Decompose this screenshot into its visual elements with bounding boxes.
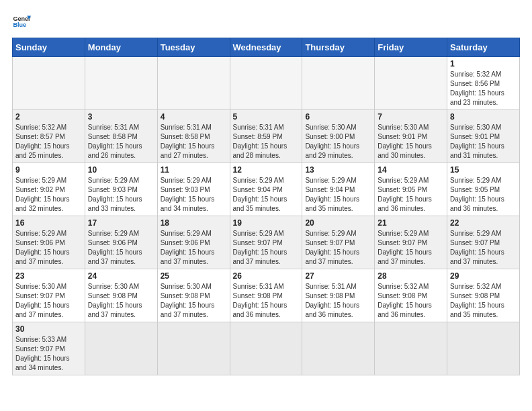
day-number: 25	[161, 271, 227, 281]
calendar-week-row: 30Sunrise: 5:33 AM Sunset: 9:07 PM Dayli…	[13, 322, 520, 375]
calendar-cell: 16Sunrise: 5:29 AM Sunset: 9:06 PM Dayli…	[13, 216, 85, 269]
calendar-header-tuesday: Tuesday	[157, 38, 230, 57]
day-info: Sunrise: 5:30 AM Sunset: 9:00 PM Dayligh…	[305, 123, 371, 161]
calendar-cell: 26Sunrise: 5:31 AM Sunset: 9:08 PM Dayli…	[230, 269, 302, 322]
calendar-cell: 14Sunrise: 5:29 AM Sunset: 9:05 PM Dayli…	[375, 163, 447, 216]
day-info: Sunrise: 5:31 AM Sunset: 9:08 PM Dayligh…	[233, 282, 300, 320]
calendar-cell: 24Sunrise: 5:30 AM Sunset: 9:08 PM Dayli…	[85, 269, 157, 322]
day-info: Sunrise: 5:31 AM Sunset: 8:58 PM Dayligh…	[88, 123, 154, 161]
day-number: 2	[15, 112, 82, 122]
calendar-cell: 1Sunrise: 5:32 AM Sunset: 8:56 PM Daylig…	[447, 57, 520, 110]
day-number: 24	[88, 271, 154, 281]
day-info: Sunrise: 5:29 AM Sunset: 9:03 PM Dayligh…	[88, 176, 154, 214]
calendar-cell	[375, 57, 447, 110]
day-number: 3	[88, 112, 154, 122]
calendar-header-saturday: Saturday	[447, 38, 520, 57]
day-info: Sunrise: 5:30 AM Sunset: 9:01 PM Dayligh…	[450, 123, 517, 161]
calendar-table: SundayMondayTuesdayWednesdayThursdayFrid…	[12, 38, 520, 375]
day-number: 12	[233, 165, 300, 175]
day-info: Sunrise: 5:29 AM Sunset: 9:04 PM Dayligh…	[305, 176, 371, 214]
day-info: Sunrise: 5:30 AM Sunset: 9:08 PM Dayligh…	[161, 282, 227, 320]
day-info: Sunrise: 5:32 AM Sunset: 8:56 PM Dayligh…	[450, 70, 517, 107]
calendar-cell: 28Sunrise: 5:32 AM Sunset: 9:08 PM Dayli…	[375, 269, 447, 322]
day-number: 27	[305, 271, 371, 281]
day-info: Sunrise: 5:29 AM Sunset: 9:04 PM Dayligh…	[233, 176, 300, 214]
calendar-cell	[85, 322, 157, 375]
calendar-cell	[85, 57, 157, 110]
day-info: Sunrise: 5:31 AM Sunset: 8:58 PM Dayligh…	[161, 123, 227, 161]
calendar-cell	[375, 322, 447, 375]
day-info: Sunrise: 5:32 AM Sunset: 8:57 PM Dayligh…	[15, 123, 82, 161]
day-number: 18	[161, 218, 227, 228]
day-info: Sunrise: 5:30 AM Sunset: 9:01 PM Dayligh…	[378, 123, 444, 161]
day-info: Sunrise: 5:31 AM Sunset: 9:08 PM Dayligh…	[305, 282, 371, 320]
day-info: Sunrise: 5:31 AM Sunset: 8:59 PM Dayligh…	[233, 123, 300, 161]
calendar-cell: 13Sunrise: 5:29 AM Sunset: 9:04 PM Dayli…	[302, 163, 375, 216]
day-number: 29	[450, 271, 517, 281]
calendar-week-row: 16Sunrise: 5:29 AM Sunset: 9:06 PM Dayli…	[13, 216, 520, 269]
calendar-cell: 21Sunrise: 5:29 AM Sunset: 9:07 PM Dayli…	[375, 216, 447, 269]
calendar-cell: 20Sunrise: 5:29 AM Sunset: 9:07 PM Dayli…	[302, 216, 375, 269]
day-number: 28	[378, 271, 444, 281]
day-number: 6	[305, 112, 371, 122]
day-info: Sunrise: 5:29 AM Sunset: 9:07 PM Dayligh…	[305, 229, 371, 267]
calendar-cell: 2Sunrise: 5:32 AM Sunset: 8:57 PM Daylig…	[13, 110, 85, 163]
calendar-cell: 10Sunrise: 5:29 AM Sunset: 9:03 PM Dayli…	[85, 163, 157, 216]
day-info: Sunrise: 5:29 AM Sunset: 9:02 PM Dayligh…	[15, 176, 82, 214]
calendar-cell: 8Sunrise: 5:30 AM Sunset: 9:01 PM Daylig…	[447, 110, 520, 163]
page: General Blue SundayMondayTuesdayWednesda…	[0, 0, 532, 387]
calendar-cell	[157, 322, 230, 375]
calendar-cell: 6Sunrise: 5:30 AM Sunset: 9:00 PM Daylig…	[302, 110, 375, 163]
day-number: 13	[305, 165, 371, 175]
day-info: Sunrise: 5:30 AM Sunset: 9:08 PM Dayligh…	[88, 282, 154, 320]
day-info: Sunrise: 5:29 AM Sunset: 9:07 PM Dayligh…	[378, 229, 444, 267]
calendar-cell: 25Sunrise: 5:30 AM Sunset: 9:08 PM Dayli…	[157, 269, 230, 322]
calendar-week-row: 2Sunrise: 5:32 AM Sunset: 8:57 PM Daylig…	[13, 110, 520, 163]
day-info: Sunrise: 5:29 AM Sunset: 9:06 PM Dayligh…	[161, 229, 227, 267]
calendar-cell: 12Sunrise: 5:29 AM Sunset: 9:04 PM Dayli…	[230, 163, 302, 216]
generalblue-logo-icon: General Blue	[12, 12, 31, 31]
day-number: 11	[161, 165, 227, 175]
day-number: 7	[378, 112, 444, 122]
day-number: 4	[161, 112, 227, 122]
calendar-cell: 4Sunrise: 5:31 AM Sunset: 8:58 PM Daylig…	[157, 110, 230, 163]
calendar-header-thursday: Thursday	[302, 38, 375, 57]
day-info: Sunrise: 5:32 AM Sunset: 9:08 PM Dayligh…	[378, 282, 444, 320]
day-info: Sunrise: 5:29 AM Sunset: 9:05 PM Dayligh…	[378, 176, 444, 214]
calendar-cell	[13, 57, 85, 110]
day-info: Sunrise: 5:30 AM Sunset: 9:07 PM Dayligh…	[15, 282, 82, 320]
calendar-cell	[302, 322, 375, 375]
day-number: 16	[15, 218, 82, 228]
calendar-cell: 11Sunrise: 5:29 AM Sunset: 9:03 PM Dayli…	[157, 163, 230, 216]
day-number: 10	[88, 165, 154, 175]
calendar-cell: 9Sunrise: 5:29 AM Sunset: 9:02 PM Daylig…	[13, 163, 85, 216]
calendar-cell: 30Sunrise: 5:33 AM Sunset: 9:07 PM Dayli…	[13, 322, 85, 375]
calendar-week-row: 23Sunrise: 5:30 AM Sunset: 9:07 PM Dayli…	[13, 269, 520, 322]
calendar-cell: 19Sunrise: 5:29 AM Sunset: 9:07 PM Dayli…	[230, 216, 302, 269]
day-info: Sunrise: 5:29 AM Sunset: 9:07 PM Dayligh…	[233, 229, 300, 267]
calendar-header-wednesday: Wednesday	[230, 38, 302, 57]
svg-text:Blue: Blue	[13, 21, 26, 28]
day-number: 19	[233, 218, 300, 228]
calendar-cell: 3Sunrise: 5:31 AM Sunset: 8:58 PM Daylig…	[85, 110, 157, 163]
calendar-week-row: 9Sunrise: 5:29 AM Sunset: 9:02 PM Daylig…	[13, 163, 520, 216]
day-info: Sunrise: 5:29 AM Sunset: 9:06 PM Dayligh…	[88, 229, 154, 267]
day-info: Sunrise: 5:32 AM Sunset: 9:08 PM Dayligh…	[450, 282, 517, 320]
day-info: Sunrise: 5:33 AM Sunset: 9:07 PM Dayligh…	[15, 335, 82, 373]
calendar-week-row: 1Sunrise: 5:32 AM Sunset: 8:56 PM Daylig…	[13, 57, 520, 110]
day-info: Sunrise: 5:29 AM Sunset: 9:06 PM Dayligh…	[15, 229, 82, 267]
calendar-cell	[230, 322, 302, 375]
calendar-cell	[157, 57, 230, 110]
day-info: Sunrise: 5:29 AM Sunset: 9:07 PM Dayligh…	[450, 229, 517, 267]
calendar-cell: 18Sunrise: 5:29 AM Sunset: 9:06 PM Dayli…	[157, 216, 230, 269]
calendar-cell: 27Sunrise: 5:31 AM Sunset: 9:08 PM Dayli…	[302, 269, 375, 322]
calendar-cell: 5Sunrise: 5:31 AM Sunset: 8:59 PM Daylig…	[230, 110, 302, 163]
day-number: 30	[15, 324, 82, 334]
day-number: 21	[378, 218, 444, 228]
day-number: 23	[15, 271, 82, 281]
day-number: 5	[233, 112, 300, 122]
calendar-cell: 7Sunrise: 5:30 AM Sunset: 9:01 PM Daylig…	[375, 110, 447, 163]
day-number: 1	[450, 59, 517, 68]
day-number: 22	[450, 218, 517, 228]
calendar-header-monday: Monday	[85, 38, 157, 57]
